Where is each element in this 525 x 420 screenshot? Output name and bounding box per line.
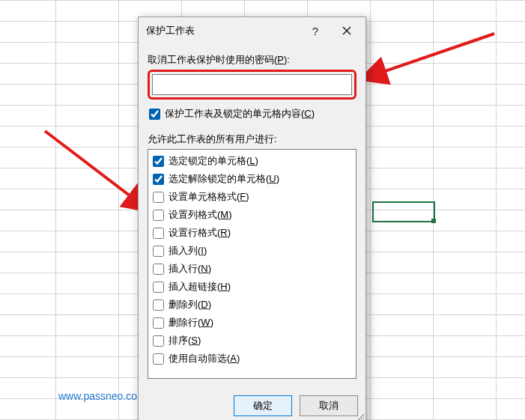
option-delete-columns-label: 删除列(D) [169, 298, 211, 311]
option-format-columns-checkbox[interactable] [153, 210, 164, 221]
option-autofilter[interactable]: 使用自动筛选(A) [150, 350, 354, 368]
option-insert-hyperlinks-label: 插入超链接(H) [169, 280, 231, 293]
option-format-columns-label: 设置列格式(M) [169, 208, 232, 222]
watermark-text: www.passneo.com [58, 390, 146, 402]
protect-contents-input[interactable] [149, 109, 160, 120]
ok-button[interactable]: 确定 [234, 395, 292, 416]
option-format-rows[interactable]: 设置行格式(R) [150, 224, 354, 242]
option-format-rows-checkbox[interactable] [153, 228, 164, 239]
option-select-locked-label: 选定锁定的单元格(L) [169, 154, 258, 168]
password-input[interactable] [152, 74, 352, 95]
help-button[interactable]: ? [300, 19, 331, 42]
protect-sheet-dialog: 保护工作表 ? 取消工作表保护时使用的密码(P): 保护工作表及锁定的单元格内容… [138, 16, 366, 420]
option-select-unlocked-checkbox[interactable] [153, 174, 164, 185]
option-delete-rows-label: 删除行(W) [169, 316, 213, 329]
permissions-scroll[interactable]: 选定锁定的单元格(L)选定解除锁定的单元格(U)设置单元格格式(F)设置列格式(… [148, 150, 356, 378]
option-insert-rows-checkbox[interactable] [153, 264, 164, 275]
option-sort-label: 排序(S) [169, 334, 201, 347]
close-icon [342, 26, 351, 35]
option-insert-rows[interactable]: 插入行(N) [150, 260, 354, 278]
option-select-locked-checkbox[interactable] [153, 156, 164, 167]
option-autofilter-checkbox[interactable] [153, 353, 164, 365]
cancel-button[interactable]: 取消 [300, 395, 358, 416]
protect-contents-checkbox[interactable]: 保护工作表及锁定的单元格内容(C) [149, 107, 356, 121]
active-cell[interactable] [372, 201, 435, 222]
option-delete-columns[interactable]: 删除列(D) [150, 296, 354, 314]
dialog-title: 保护工作表 [146, 24, 300, 37]
option-insert-rows-label: 插入行(N) [169, 262, 211, 276]
password-highlight [148, 70, 356, 100]
protect-contents-label: 保护工作表及锁定的单元格内容(C) [165, 107, 315, 121]
option-delete-rows-checkbox[interactable] [153, 317, 164, 329]
option-sort[interactable]: 排序(S) [150, 332, 354, 350]
dialog-titlebar[interactable]: 保护工作表 ? [139, 17, 365, 44]
option-insert-hyperlinks[interactable]: 插入超链接(H) [150, 278, 354, 296]
option-format-cells-checkbox[interactable] [153, 192, 164, 203]
option-delete-rows[interactable]: 删除行(W) [150, 314, 354, 332]
option-insert-hyperlinks-checkbox[interactable] [153, 281, 164, 293]
permissions-listbox: 选定锁定的单元格(L)选定解除锁定的单元格(U)设置单元格格式(F)设置列格式(… [148, 149, 356, 379]
option-format-cells-label: 设置单元格格式(F) [169, 190, 249, 204]
option-sort-checkbox[interactable] [153, 335, 164, 347]
option-autofilter-label: 使用自动筛选(A) [169, 352, 240, 365]
option-insert-columns[interactable]: 插入列(I) [150, 242, 354, 260]
option-select-locked[interactable]: 选定锁定的单元格(L) [150, 152, 354, 170]
option-select-unlocked-label: 选定解除锁定的单元格(U) [169, 172, 279, 186]
option-insert-columns-checkbox[interactable] [153, 246, 164, 257]
option-delete-columns-checkbox[interactable] [153, 299, 164, 311]
option-insert-columns-label: 插入列(I) [169, 244, 207, 258]
allow-users-label: 允许此工作表的所有用户进行: [148, 133, 356, 146]
option-format-columns[interactable]: 设置列格式(M) [150, 206, 354, 224]
option-format-cells[interactable]: 设置单元格格式(F) [150, 188, 354, 206]
option-format-rows-label: 设置行格式(R) [169, 226, 231, 240]
close-button[interactable] [331, 19, 362, 42]
password-label: 取消工作表保护时使用的密码(P): [148, 53, 356, 67]
resize-grip[interactable] [353, 412, 364, 420]
option-select-unlocked[interactable]: 选定解除锁定的单元格(U) [150, 170, 354, 188]
